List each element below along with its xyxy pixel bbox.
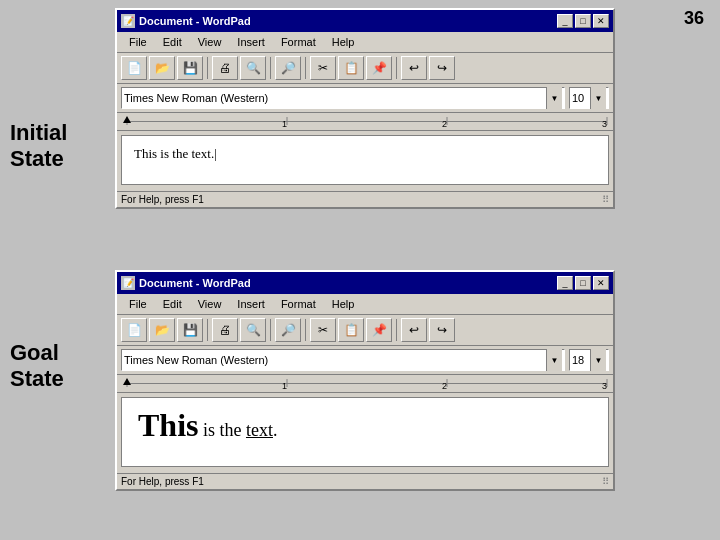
copy-button-goal[interactable]: 📋 [338, 318, 364, 342]
menu-format[interactable]: Format [273, 34, 324, 50]
new-button[interactable]: 📄 [121, 56, 147, 80]
menu-file[interactable]: File [121, 34, 155, 50]
svg-text:2: 2 [442, 381, 447, 391]
menu-insert[interactable]: Insert [229, 34, 273, 50]
menu-insert-goal[interactable]: Insert [229, 296, 273, 312]
print-preview-button-goal[interactable]: 🔍 [240, 318, 266, 342]
sep2g [270, 319, 271, 341]
title-bar-initial: 📝 Document - WordPad _ □ ✕ [117, 10, 613, 32]
doc-paper-initial[interactable]: This is the text. [121, 135, 609, 185]
minimize-button-goal[interactable]: _ [557, 276, 573, 290]
font-name-goal: Times New Roman (Western) [124, 354, 268, 366]
undo-button-goal[interactable]: ↩ [401, 318, 427, 342]
sep2 [270, 57, 271, 79]
svg-text:3: 3 [602, 119, 607, 129]
cut-button[interactable]: ✂ [310, 56, 336, 80]
svg-text:1: 1 [282, 381, 287, 391]
sep3g [305, 319, 306, 341]
menu-edit[interactable]: Edit [155, 34, 190, 50]
ruler-svg-goal: 1 2 3 [117, 375, 613, 393]
ruler-initial: 1 2 3 [117, 113, 613, 131]
find-button-goal[interactable]: 🔎 [275, 318, 301, 342]
goal-text-this: This [138, 407, 198, 443]
maximize-button-goal[interactable]: □ [575, 276, 591, 290]
font-name: Times New Roman (Western) [124, 92, 268, 104]
close-button-goal[interactable]: ✕ [593, 276, 609, 290]
initial-window: 📝 Document - WordPad _ □ ✕ File Edit Vie… [115, 8, 615, 209]
size-dropdown-arrow[interactable]: ▼ [590, 87, 606, 109]
paste-button-goal[interactable]: 📌 [366, 318, 392, 342]
print-button-goal[interactable]: 🖨 [212, 318, 238, 342]
maximize-button[interactable]: □ [575, 14, 591, 28]
menu-view[interactable]: View [190, 34, 230, 50]
svg-marker-17 [123, 378, 131, 385]
font-size-goal[interactable]: 18 ▼ [569, 349, 609, 371]
window-title-goal: Document - WordPad [139, 277, 251, 289]
status-bar-initial: For Help, press F1 ⠿ [117, 191, 613, 207]
app-icon: 📝 [121, 14, 135, 28]
menu-bar-initial: File Edit View Insert Format Help [117, 32, 613, 53]
doc-paper-goal[interactable]: This is the text. [121, 397, 609, 467]
title-controls[interactable]: _ □ ✕ [557, 14, 609, 28]
undo-button[interactable]: ↩ [401, 56, 427, 80]
status-bar-goal: For Help, press F1 ⠿ [117, 473, 613, 489]
title-controls-goal[interactable]: _ □ ✕ [557, 276, 609, 290]
menu-format-goal[interactable]: Format [273, 296, 324, 312]
font-dropdown-arrow[interactable]: ▼ [546, 87, 562, 109]
initial-doc-text: This is the text. [134, 146, 217, 161]
title-bar-left-goal: 📝 Document - WordPad [121, 276, 251, 290]
svg-text:2: 2 [442, 119, 447, 129]
initial-label-line2: State [10, 146, 64, 171]
open-button-goal[interactable]: 📂 [149, 318, 175, 342]
svg-text:1: 1 [282, 119, 287, 129]
size-dropdown-arrow-goal[interactable]: ▼ [590, 349, 606, 371]
font-dropdown-arrow-goal[interactable]: ▼ [546, 349, 562, 371]
resize-grip-goal: ⠿ [602, 476, 609, 487]
sep3 [305, 57, 306, 79]
font-size-value-initial: 10 [572, 92, 584, 104]
sep4 [396, 57, 397, 79]
open-button[interactable]: 📂 [149, 56, 175, 80]
menu-help[interactable]: Help [324, 34, 363, 50]
sep1g [207, 319, 208, 341]
minimize-button[interactable]: _ [557, 14, 573, 28]
print-preview-button[interactable]: 🔍 [240, 56, 266, 80]
status-text-goal: For Help, press F1 [121, 476, 204, 487]
print-button[interactable]: 🖨 [212, 56, 238, 80]
svg-rect-0 [127, 121, 607, 122]
title-bar-left: 📝 Document - WordPad [121, 14, 251, 28]
menu-edit-goal[interactable]: Edit [155, 296, 190, 312]
cut-button-goal[interactable]: ✂ [310, 318, 336, 342]
goal-text-text: text [246, 420, 273, 440]
font-select-goal[interactable]: Times New Roman (Western) ▼ [121, 349, 565, 371]
slide-number: 36 [684, 8, 704, 29]
initial-state-label: Initial State [10, 120, 67, 173]
menu-view-goal[interactable]: View [190, 296, 230, 312]
new-button-goal[interactable]: 📄 [121, 318, 147, 342]
paste-button[interactable]: 📌 [366, 56, 392, 80]
close-button[interactable]: ✕ [593, 14, 609, 28]
save-button[interactable]: 💾 [177, 56, 203, 80]
sep4g [396, 319, 397, 341]
text-cursor [214, 146, 217, 161]
doc-area-goal[interactable]: This is the text. [117, 393, 613, 473]
goal-label-line2: State [10, 366, 64, 391]
font-size-initial[interactable]: 10 ▼ [569, 87, 609, 109]
font-size-value-goal: 18 [572, 354, 584, 366]
menu-bar-goal: File Edit View Insert Format Help [117, 294, 613, 315]
menu-help-goal[interactable]: Help [324, 296, 363, 312]
find-button[interactable]: 🔎 [275, 56, 301, 80]
toolbar-initial: 📄 📂 💾 🖨 🔍 🔎 ✂ 📋 📌 ↩ ↪ [117, 53, 613, 84]
save-button-goal[interactable]: 💾 [177, 318, 203, 342]
copy-button[interactable]: 📋 [338, 56, 364, 80]
redo-button-goal[interactable]: ↪ [429, 318, 455, 342]
goal-text-is-the: is the [198, 420, 246, 440]
goal-label-line1: Goal [10, 340, 59, 365]
redo-button[interactable]: ↪ [429, 56, 455, 80]
doc-area-initial[interactable]: This is the text. [117, 131, 613, 191]
svg-text:3: 3 [602, 381, 607, 391]
resize-grip: ⠿ [602, 194, 609, 205]
menu-file-goal[interactable]: File [121, 296, 155, 312]
title-bar-goal: 📝 Document - WordPad _ □ ✕ [117, 272, 613, 294]
font-select[interactable]: Times New Roman (Western) ▼ [121, 87, 565, 109]
